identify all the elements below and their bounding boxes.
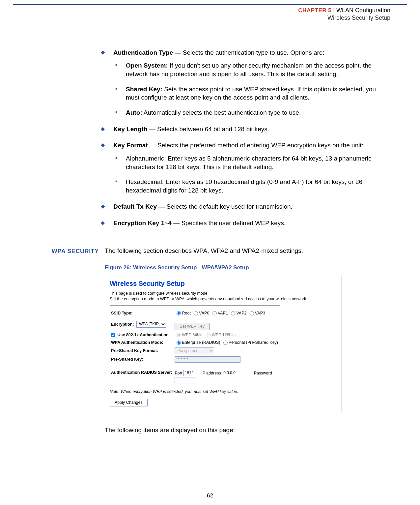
top-rule <box>13 4 407 5</box>
radio-vap3[interactable] <box>250 311 254 315</box>
closing-text: The following items are displayed on thi… <box>105 426 390 434</box>
radio-personal[interactable] <box>223 341 228 345</box>
key-format-sublist: Alphanumeric: Enter keys as 5 alphanumer… <box>113 154 390 195</box>
screenshot-panel: Wireless Security Setup This page is use… <box>105 275 342 412</box>
key-format-title: Key Format <box>113 142 148 149</box>
opt-vap1: VAP1 <box>218 311 228 315</box>
section-intro: The following section describes WPA, WPA… <box>105 247 390 255</box>
sub-alpha: Alphanumeric: Enter keys as 5 alphanumer… <box>113 154 390 171</box>
auth-type-sublist: Open System: If you don't set up any oth… <box>113 61 390 117</box>
label-password: Password <box>254 371 272 375</box>
radio-root[interactable] <box>177 311 181 315</box>
radio-vap0[interactable] <box>194 311 198 315</box>
label-port: Port <box>175 371 182 375</box>
bullet-default-tx: Default Tx Key — Selects the default key… <box>99 202 390 211</box>
label-psk-format: Pre-Shared Key Format: <box>110 346 173 355</box>
label-radius: Authentication RADIUS Server: <box>110 369 173 384</box>
shot-note: Note: When encryption WEP is selected, y… <box>110 389 337 395</box>
radius-fields: Port IP address Password <box>173 369 279 384</box>
key-length-title: Key Length <box>113 126 147 133</box>
sub-hex: Hexadecimal: Enter keys as 10 hexadecima… <box>113 178 390 194</box>
label-ssid-type: SSID Type: <box>110 310 173 317</box>
page: CHAPTER 5 | WLAN Configuration Wireless … <box>0 0 420 505</box>
figure-caption: Figure 26: Wireless Security Setup - WPA… <box>105 264 390 272</box>
bullet-enc-key: Encryption Key 1~4 — Specifies the user … <box>99 219 390 227</box>
opt-vap3: VAP3 <box>255 311 265 315</box>
bullet-list: Authentication Type — Selects the authen… <box>99 48 390 227</box>
radio-enterprise[interactable] <box>177 341 181 345</box>
open-system-title: Open System: <box>126 62 168 69</box>
password-input[interactable] <box>175 377 196 383</box>
opt-root: Root <box>182 311 190 315</box>
page-footer: – 62 – <box>0 492 420 499</box>
opt-vap0: VAP0 <box>199 311 209 315</box>
wep-bits-options: WEP 64bits WEP 128bits <box>173 331 279 339</box>
bullet-key-format: Key Format — Selects the preferred metho… <box>99 141 390 194</box>
section-side-label: WPA SECURITY <box>42 247 105 255</box>
opt-personal: Personal (Pre-Shared Key) <box>229 340 278 345</box>
wpa-auth-mode-options: Enterprise (RADIUS) Personal (Pre-Shared… <box>173 339 279 346</box>
sub-shared-key: Shared Key: Sets the access point to use… <box>113 85 390 102</box>
shot-desc-1: This page is used to configure wireless … <box>110 291 209 296</box>
key-length-desc: — Selects between 64 bit and 128 bit key… <box>147 126 269 133</box>
bullet-auth-type: Authentication Type — Selects the authen… <box>99 48 390 117</box>
radio-wep64 <box>177 333 181 337</box>
opt-wep128: WEP 128bits <box>212 333 236 337</box>
default-tx-desc: — Selects the default key used for trans… <box>157 203 293 210</box>
encryption-select[interactable]: WPA (TKIP) <box>136 321 166 328</box>
shot-title: Wireless Security Setup <box>110 279 337 288</box>
enc-key-desc: — Specifies the user defined WEP keys. <box>172 220 286 226</box>
bullet-key-length: Key Length — Selects between 64 bit and … <box>99 125 390 134</box>
header-separator: | <box>333 7 335 14</box>
label-encryption: Encryption: WPA (TKIP) <box>110 317 173 331</box>
wpa-section: WPA SECURITY The following section descr… <box>99 247 390 434</box>
opt-enterprise: Enterprise (RADIUS) <box>182 340 220 345</box>
key-format-desc: — Selects the preferred method of enteri… <box>148 142 363 149</box>
shot-desc-2: Set the encryption mode to WEP or WPA, w… <box>110 297 307 301</box>
page-header: CHAPTER 5 | WLAN Configuration Wireless … <box>99 5 390 22</box>
sub-auto: Auto: Automatically selects the best aut… <box>113 108 390 117</box>
radio-vap2[interactable] <box>231 311 235 315</box>
shared-key-desc: Sets the access point to use WEP shared … <box>126 86 376 101</box>
label-ip: IP address <box>201 371 221 375</box>
header-subtitle: Wireless Security Setup <box>99 14 390 22</box>
auto-title: Auto: <box>126 109 142 116</box>
content: Authentication Type — Selects the authen… <box>99 48 390 434</box>
shot-divider <box>110 305 280 306</box>
chapter-title: WLAN Configuration <box>336 7 390 14</box>
radio-vap1[interactable] <box>212 311 217 315</box>
auth-type-desc: — Selects the authentication type to use… <box>173 49 324 56</box>
apply-changes-button[interactable]: Apply Changes <box>110 399 148 406</box>
auth-type-title: Authentication Type <box>113 49 173 56</box>
opt-vap2: VAP2 <box>236 311 246 315</box>
psk-input <box>175 356 240 363</box>
enc-key-title: Encryption Key 1~4 <box>113 220 172 226</box>
header-rule <box>13 24 407 24</box>
checkbox-8021x[interactable] <box>111 333 115 337</box>
port-input[interactable] <box>183 370 198 376</box>
default-tx-title: Default Tx Key <box>113 203 157 210</box>
section-body: The following section describes WPA, WPA… <box>105 247 390 434</box>
shared-key-title: Shared Key: <box>126 86 162 93</box>
psk-format-select: Passphrase <box>175 347 214 354</box>
ssid-type-options: Root VAP0 VAP1 VAP2 VAP3 <box>173 310 279 317</box>
radio-wep128 <box>207 333 211 337</box>
sub-open-system: Open System: If you don't set up any oth… <box>113 61 390 78</box>
shot-desc: This page is used to configure wireless … <box>110 291 337 302</box>
label-wpa-auth-mode: WPA Authentication Mode: <box>110 339 173 346</box>
set-wep-key-button[interactable]: Set WEP Key <box>175 323 210 330</box>
shot-form: SSID Type: Root VAP0 VAP1 VAP2 VAP3 <box>110 310 279 384</box>
chapter-label: CHAPTER 5 <box>298 7 331 14</box>
auto-desc: Automatically selects the best authentic… <box>142 109 301 116</box>
label-8021x-text: Use 802.1x Authentication <box>117 333 168 337</box>
header-line-1: CHAPTER 5 | WLAN Configuration <box>99 7 390 14</box>
label-psk: Pre-Shared Key: <box>110 355 173 364</box>
label-8021x: Use 802.1x Authentication <box>110 331 173 339</box>
opt-wep64: WEP 64bits <box>182 333 203 337</box>
label-encryption-text: Encryption: <box>111 322 134 326</box>
ip-input[interactable] <box>222 370 250 376</box>
